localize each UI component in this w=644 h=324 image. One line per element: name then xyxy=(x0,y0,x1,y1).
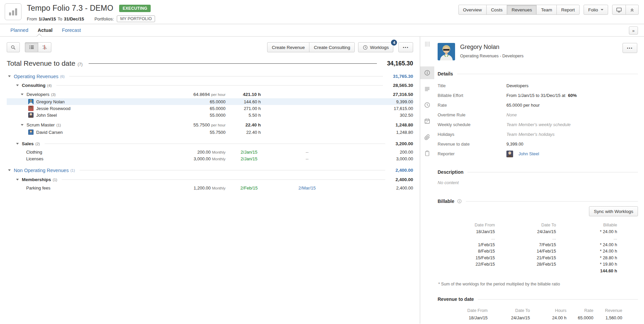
worklogs-button[interactable]: Worklogs xyxy=(358,42,393,52)
view-tabs-bar: PlannedActualForecast » xyxy=(0,24,644,37)
revenue-to-date-section-heading: Revenue to date xyxy=(438,296,638,302)
create-consulting-button[interactable]: Create Consulting xyxy=(309,42,355,52)
row-name: Licenses xyxy=(26,156,43,161)
panel-tab-clipboard-icon[interactable] xyxy=(420,147,434,160)
revenue-row-jessie-rosewood[interactable]: Jessie Rosewood65.0000271.00 h17,615.00 xyxy=(7,105,413,112)
view-tab-planned[interactable]: Planned xyxy=(10,28,28,33)
detail-panel: Gregory Nolan Operating Revenues - Devel… xyxy=(420,37,644,324)
row-amount: 3,000.00 xyxy=(396,156,413,161)
collapse-header-button[interactable] xyxy=(626,5,639,15)
rtd-column-header: Rate xyxy=(566,307,593,314)
row-count: (1) xyxy=(53,178,57,182)
view-tab-forecast[interactable]: Forecast xyxy=(62,28,81,33)
collapse-arrow-icon[interactable] xyxy=(16,85,19,86)
portfolio-chip[interactable]: MY PORTFOLIO xyxy=(117,15,155,22)
description-empty: No content xyxy=(438,180,638,185)
panel-resize-handle[interactable] xyxy=(424,42,430,47)
view-tab-actual[interactable]: Actual xyxy=(38,28,52,33)
reporter-link[interactable]: John Steel xyxy=(518,151,539,156)
row-name: David Carsen xyxy=(36,130,63,135)
row-amount: 2,400.00 xyxy=(395,177,413,182)
row-amount: 1,248.80 xyxy=(396,130,413,135)
panel-tab-info-icon[interactable] xyxy=(420,66,434,79)
nav-tab-costs[interactable]: Costs xyxy=(486,5,507,15)
revenue-row-sales[interactable]: Sales(2) 3,200.00 xyxy=(7,140,413,148)
collapse-arrow-icon[interactable] xyxy=(21,94,23,95)
revenue-row-clothing[interactable]: Clothing200.00Monthly2/Jan/15--200.00 xyxy=(7,149,413,155)
portfolios-label: Portfolios: xyxy=(94,16,114,21)
revenue-row-consulting[interactable]: Consulting(4) 28,565.30 xyxy=(7,82,413,89)
revenue-row-david-carsen[interactable]: David Carsen55.750022.40 h1,248.80 xyxy=(7,129,413,136)
detail-label: Revenue to date xyxy=(438,142,506,147)
nav-tab-revenues[interactable]: Revenues xyxy=(507,5,537,15)
detail-row-weekly-schedule: Weekly scheduleTeam Member's weekly sche… xyxy=(438,120,638,129)
row-amount: 27,316.50 xyxy=(393,92,413,97)
more-actions-button[interactable]: ••• xyxy=(398,42,413,52)
folio-menu-label: Folio xyxy=(588,7,598,12)
revenue-to-date-table: 18/Jan/1524/Jan/1524.00 h65.00001,560.00 xyxy=(438,314,638,322)
to-date: 31/Dec/15 xyxy=(64,16,84,21)
revenue-row-john-steel[interactable]: John Steel55.00005.50 h302.50 xyxy=(7,112,413,118)
nav-tab-team[interactable]: Team xyxy=(536,5,557,15)
divider xyxy=(89,63,377,64)
revenue-row-memberships[interactable]: Memberships(1) 2,400.00 xyxy=(7,176,413,183)
revenue-row-scrum-master[interactable]: Scrum Master(1)55.7500per hour22.40 h1,2… xyxy=(7,121,413,129)
presentation-mode-button[interactable] xyxy=(612,5,626,15)
collapse-arrow-icon[interactable] xyxy=(8,75,11,77)
revenue-row-licenses[interactable]: Licenses3,000.00Monthly2/Jan/15--3,000.0… xyxy=(7,155,413,162)
rtd-column-header: Hours xyxy=(530,307,566,314)
billable-total-row: 144.60 h xyxy=(438,268,638,274)
row-amount: 31,765.30 xyxy=(393,74,413,79)
row-hours: 271.00 h xyxy=(207,106,261,111)
row-amount: 17,615.00 xyxy=(394,106,413,111)
revenue-row-gregory-nolan[interactable]: Gregory Nolan65.0000144.60 h9,399.00 xyxy=(7,98,413,105)
clock-icon xyxy=(363,45,368,50)
collapse-arrow-icon[interactable] xyxy=(21,124,23,126)
revenue-row-developers[interactable]: Developers(3)64.8694per hour421.10 h27,3… xyxy=(7,91,413,98)
list-view-button[interactable] xyxy=(25,42,38,52)
panel-tab-attachment-icon[interactable] xyxy=(420,131,434,144)
panel-tab-calendar-icon[interactable] xyxy=(420,115,434,127)
timeline-view-button[interactable] xyxy=(38,42,51,52)
avatar xyxy=(506,151,513,157)
total-revenue-count: (7) xyxy=(78,62,83,67)
worklogs-label: Worklogs xyxy=(370,45,389,50)
row-start-date: 2/Feb/15 xyxy=(222,185,276,191)
create-revenue-button[interactable]: Create Revenue xyxy=(267,42,309,52)
billable-table-header: Date FromDate ToBillable xyxy=(438,222,638,228)
collapse-chevrons-icon xyxy=(630,7,635,12)
panel-tab-description-icon[interactable] xyxy=(420,83,434,95)
panel-tab-worklog-clock-icon[interactable] xyxy=(420,99,434,111)
folio-menu-button[interactable]: Folio xyxy=(584,5,608,15)
row-hours: 144.60 h xyxy=(207,99,261,104)
nav-tab-report[interactable]: Report xyxy=(556,5,580,15)
revenue-row-parking-fees[interactable]: Parking fees1,200.00Monthly2/Feb/152/Mar… xyxy=(7,184,413,191)
presentation-icon xyxy=(616,7,622,13)
detail-row-overtime-rule: Overtime RuleNone xyxy=(438,110,638,120)
billable-row: 15/Feb/1521/Feb/15* 28.80 h xyxy=(438,255,638,261)
collapse-arrow-icon[interactable] xyxy=(16,143,19,145)
detail-row-revenue-to-date: Revenue to date9,399.00 xyxy=(438,139,638,149)
avatar xyxy=(28,112,34,118)
revenue-to-date-header: Date FromDate ToHoursRateRevenue xyxy=(438,307,638,314)
revenue-row-operating-revenues[interactable]: Operating Revenues(6) 31,765.30 xyxy=(7,72,413,80)
row-name: Consulting xyxy=(22,83,46,88)
collapse-arrow-icon[interactable] xyxy=(16,179,19,180)
nav-tab-overview[interactable]: Overview xyxy=(458,5,487,15)
collapse-arrow-icon[interactable] xyxy=(8,169,11,171)
avatar xyxy=(438,43,455,60)
row-amount: 302.50 xyxy=(400,113,413,118)
search-button[interactable] xyxy=(7,42,20,52)
expand-tools-button[interactable]: » xyxy=(629,26,638,35)
detail-value: 65.0000 per hour xyxy=(506,103,540,108)
row-hours: 5.50 h xyxy=(207,113,261,118)
row-end-date: 2/Mar/15 xyxy=(280,185,334,191)
panel-more-button[interactable]: ••• xyxy=(623,43,637,53)
divider xyxy=(45,144,386,144)
detail-label: Billable Effort xyxy=(438,93,506,98)
sync-with-worklogs-button[interactable]: Sync with Worklogs xyxy=(589,206,638,216)
billable-table: 18/Jan/1524/Jan/15* 24.00 h.........1/Fe… xyxy=(438,228,638,268)
detail-row-reporter: Reporter John Steel xyxy=(438,149,638,159)
row-rate: 3,000.00Monthly xyxy=(158,156,226,161)
revenue-row-non-operating-revenues[interactable]: Non Operating Revenues(1) 2,400.00 xyxy=(7,166,413,174)
